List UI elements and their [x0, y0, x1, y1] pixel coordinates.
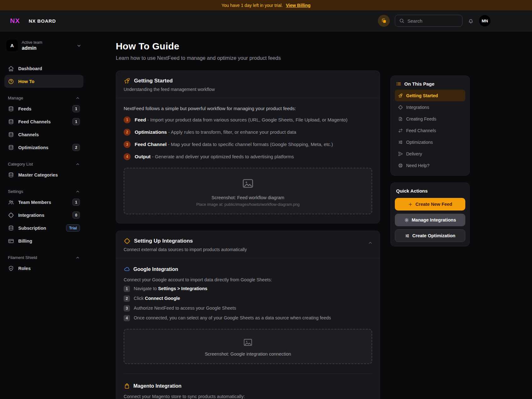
card-subtitle: Understanding the feed management workfl…	[124, 87, 372, 92]
team-switcher[interactable]: A Active team admin	[4, 40, 83, 51]
notifications-bell-icon[interactable]	[468, 18, 474, 24]
google-screenshot-placeholder: Screenshot: Google integration connectio…	[124, 329, 372, 364]
paper-airplane-icon	[398, 151, 403, 156]
sidebar-section-category-list[interactable]: Category List	[8, 162, 80, 166]
sidebar-item-channels[interactable]: Channels	[4, 128, 83, 141]
sidebar-item-team-members[interactable]: Team Members 1	[4, 196, 83, 209]
image-icon	[243, 337, 253, 348]
sidebar: A Active team admin Dashboard	[0, 31, 96, 275]
google-step: 4 Once connected, you can select any of …	[124, 315, 372, 321]
on-this-page-title: On This Page	[404, 81, 434, 87]
workflow-intro: NextFeed follows a simple but powerful w…	[124, 106, 372, 111]
count-badge: 1	[72, 105, 80, 112]
page-subtitle: Learn how to use NextFeed to manage and …	[116, 55, 380, 61]
trial-banner: You have 1 day left in your trial. View …	[0, 0, 532, 10]
placeholder-caption: Screenshot: Feed workflow diagram	[211, 195, 284, 200]
search-input[interactable]	[407, 18, 458, 24]
toc-item-feed-channels[interactable]: Feed Channels	[395, 125, 465, 136]
brand-name[interactable]: NX BOARD	[29, 18, 56, 24]
toc-item-label: Integrations	[406, 105, 429, 110]
sidebar-item-roles[interactable]: Roles	[4, 262, 83, 275]
arrows-right-left-icon	[398, 128, 403, 133]
collapse-chevron-icon[interactable]	[368, 240, 373, 245]
credit-card-icon	[8, 238, 14, 244]
create-optimization-button[interactable]: Create Optimization	[395, 229, 465, 242]
toc-item-label: Optimizations	[406, 140, 433, 145]
toc-item-need-help[interactable]: Need Help?	[395, 160, 465, 171]
workflow-step: 4 Output - Generate and deliver your opt…	[124, 153, 372, 160]
magento-integration-intro: Connect your Magento store to sync produ…	[124, 394, 372, 399]
magento-integration-title: Magento Integration	[133, 383, 182, 389]
cloud-icon	[124, 266, 130, 273]
toc-item-delivery[interactable]: Delivery	[395, 148, 465, 160]
home-icon	[8, 65, 14, 72]
placeholder-path: Place image at: public/images/howto/work…	[196, 202, 300, 207]
puzzle-icon	[124, 238, 131, 244]
shield-check-icon	[8, 265, 14, 272]
toc-item-getting-started[interactable]: Getting Started	[395, 90, 465, 101]
card-subtitle: Connect external data sources to import …	[124, 247, 372, 252]
view-billing-link[interactable]: View Billing	[286, 3, 311, 8]
create-new-feed-button[interactable]: Create New Feed	[395, 198, 465, 211]
trial-badge: Trial	[66, 224, 80, 232]
copy-stack-icon	[381, 18, 387, 24]
sidebar-item-master-categories[interactable]: Master Categories	[4, 168, 83, 181]
sidebar-item-label: Feeds	[18, 106, 31, 111]
count-badge: 2	[72, 144, 80, 151]
on-this-page-card: On This Page Getting Started	[390, 76, 470, 176]
user-avatar[interactable]: MN	[479, 15, 490, 26]
step-number: 2	[124, 295, 130, 302]
app-logo[interactable]: NX	[10, 17, 20, 25]
rocket-icon	[124, 77, 131, 84]
sidebar-item-feed-channels[interactable]: Feed Channels 1	[4, 115, 83, 128]
sidebar-section-manage[interactable]: Manage	[8, 96, 80, 100]
database-icon	[8, 225, 14, 231]
sidebar-item-label: Team Members	[18, 200, 51, 205]
sliders-icon	[398, 140, 403, 145]
step-number: 3	[124, 305, 130, 312]
google-integration-intro: Connect your Google account to import da…	[124, 277, 372, 282]
sidebar-section-settings[interactable]: Settings	[8, 189, 80, 194]
chevron-down-icon	[76, 43, 81, 48]
chevron-up-icon	[76, 96, 80, 100]
placeholder-caption: Screenshot: Google integration connectio…	[205, 351, 291, 357]
toc-item-optimizations[interactable]: Optimizations	[395, 136, 465, 148]
count-badge: 1	[72, 199, 80, 206]
sidebar-item-integrations[interactable]: Integrations 0	[4, 209, 83, 222]
sidebar-item-label: Subscription	[18, 226, 46, 231]
sidebar-item-billing[interactable]: Billing	[4, 234, 83, 247]
step-number: 4	[124, 153, 131, 160]
sidebar-item-dashboard[interactable]: Dashboard	[4, 62, 83, 75]
card-title: Setting Up Integrations	[134, 238, 193, 244]
google-integration-title: Google Integration	[133, 267, 178, 272]
shopping-bag-icon	[124, 383, 130, 389]
step-number: 4	[124, 315, 130, 321]
google-step: 2 Click Connect Google	[124, 296, 372, 302]
count-badge: 0	[72, 211, 80, 219]
sidebar-section-filament-shield[interactable]: Filament Shield	[8, 255, 80, 260]
users-icon	[8, 199, 14, 205]
toc-item-integrations[interactable]: Integrations	[395, 101, 465, 113]
team-avatar: A	[6, 40, 18, 51]
gear-icon	[404, 218, 409, 222]
sidebar-item-feeds[interactable]: Feeds 1	[4, 102, 83, 115]
step-number: 2	[124, 129, 131, 136]
toc-item-label: Need Help?	[406, 163, 429, 168]
top-navbar: NX NX BOARD MN	[0, 10, 532, 31]
quick-actions-card: Quick Actions Create New Feed Manage Int…	[390, 183, 470, 246]
plus-icon	[408, 202, 413, 207]
sidebar-item-subscription[interactable]: Subscription Trial	[4, 222, 83, 234]
manage-integrations-button[interactable]: Manage Integrations	[395, 214, 465, 226]
count-badge: 1	[72, 118, 80, 125]
sidebar-item-label: Channels	[18, 132, 39, 137]
quick-actions-title: Quick Actions	[395, 188, 465, 195]
team-name: admin	[22, 45, 42, 51]
sidebar-item-optimizations[interactable]: Optimizations 2	[4, 141, 83, 154]
toc-item-creating-feeds[interactable]: Creating Feeds	[395, 113, 465, 125]
getting-started-card: Getting Started Understanding the feed m…	[116, 70, 380, 223]
sidebar-item-how-to[interactable]: How To	[4, 75, 83, 88]
question-circle-icon	[8, 78, 14, 85]
copy-stack-button[interactable]	[378, 15, 390, 27]
database-icon	[8, 172, 14, 178]
database-icon	[8, 144, 14, 151]
